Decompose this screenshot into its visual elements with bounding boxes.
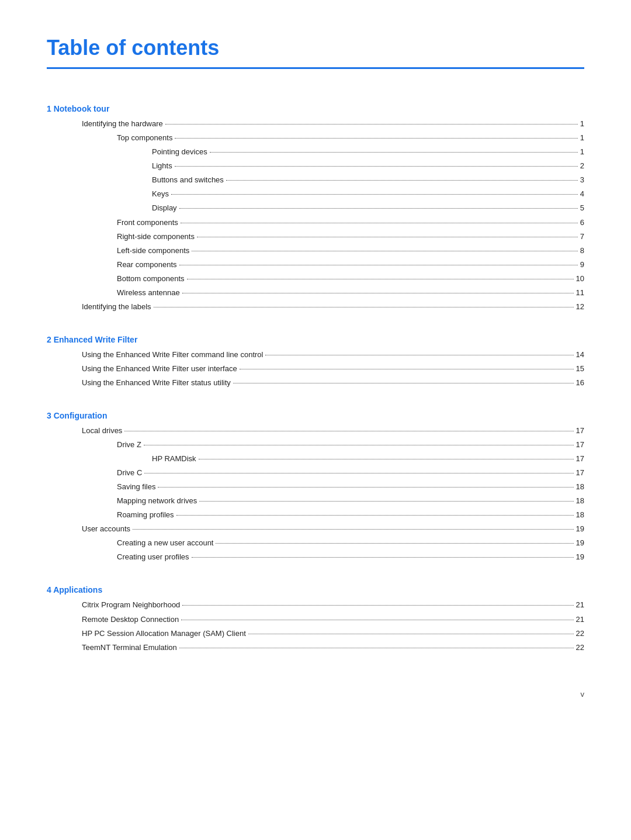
toc-entry[interactable]: Drive Z17 (47, 438, 584, 452)
entry-text: Buttons and switches (152, 173, 224, 187)
toc-entry[interactable]: Display5 (47, 201, 584, 215)
toc-entry[interactable]: Using the Enhanced Write Filter command … (47, 348, 584, 362)
entry-text: Pointing devices (152, 145, 207, 159)
toc-entry[interactable]: Roaming profiles18 (47, 508, 584, 522)
entry-dots (182, 605, 573, 606)
entry-page: 10 (576, 272, 584, 286)
toc-entry[interactable]: Buttons and switches3 (47, 173, 584, 187)
entry-text: Using the Enhanced Write Filter command … (82, 348, 263, 362)
toc-entry[interactable]: Pointing devices1 (47, 145, 584, 159)
entry-page: 1 (580, 117, 584, 131)
entry-page: 15 (576, 362, 584, 376)
entry-dots (233, 383, 574, 383)
footer-page-number: v (581, 690, 585, 699)
toc-entry[interactable]: Using the Enhanced Write Filter status u… (47, 376, 584, 390)
toc-container: 1 Notebook tourIdentifying the hardware1… (47, 104, 584, 654)
toc-entry[interactable]: Local drives17 (47, 424, 584, 438)
entry-dots (175, 166, 578, 167)
entry-page: 18 (576, 508, 584, 522)
entry-dots (199, 459, 574, 459)
entry-dots (192, 557, 574, 558)
toc-entry[interactable]: Identifying the labels12 (47, 300, 584, 314)
entry-text: Creating user profiles (117, 550, 189, 564)
toc-entry[interactable]: Lights2 (47, 159, 584, 173)
entry-text: Remote Desktop Connection (82, 613, 179, 627)
section-1: 1 Notebook tourIdentifying the hardware1… (47, 104, 584, 314)
toc-entry[interactable]: Creating user profiles19 (47, 550, 584, 564)
entry-page: 11 (576, 286, 584, 300)
toc-entry[interactable]: Left-side components8 (47, 244, 584, 258)
entry-dots (210, 152, 578, 153)
toc-entry[interactable]: Drive C17 (47, 466, 584, 480)
toc-entry[interactable]: User accounts19 (47, 522, 584, 536)
entry-dots (197, 237, 578, 237)
entry-dots (124, 431, 573, 431)
entry-text: Mapping network drives (117, 494, 197, 508)
toc-entry[interactable]: Remote Desktop Connection21 (47, 613, 584, 627)
section-2: 2 Enhanced Write FilterUsing the Enhance… (47, 335, 584, 390)
toc-entry[interactable]: Wireless antennae11 (47, 286, 584, 300)
entry-page: 22 (576, 641, 584, 655)
toc-entry[interactable]: Using the Enhanced Write Filter user int… (47, 362, 584, 376)
section-2-heading[interactable]: 2 Enhanced Write Filter (47, 335, 584, 344)
entry-page: 6 (580, 216, 584, 230)
entry-dots (158, 487, 573, 488)
toc-entry[interactable]: Front components6 (47, 216, 584, 230)
entry-text: Bottom components (117, 272, 185, 286)
entry-dots (240, 369, 574, 369)
toc-entry[interactable]: HP RAMDisk17 (47, 452, 584, 466)
entry-page: 17 (576, 452, 584, 466)
toc-entry[interactable]: TeemNT Terminal Emulation22 (47, 641, 584, 655)
entry-text: Left-side components (117, 244, 189, 258)
section-3-heading[interactable]: 3 Configuration (47, 411, 584, 420)
entry-dots (187, 279, 574, 279)
entry-page: 1 (580, 145, 584, 159)
toc-entry[interactable]: Mapping network drives18 (47, 494, 584, 508)
toc-entry[interactable]: Right-side components7 (47, 230, 584, 244)
entry-page: 21 (576, 613, 584, 627)
toc-entry[interactable]: HP PC Session Allocation Manager (SAM) C… (47, 627, 584, 641)
entry-dots (175, 138, 577, 139)
entry-dots (176, 515, 574, 516)
entry-page: 1 (580, 131, 584, 145)
entry-text: HP RAMDisk (152, 452, 196, 466)
toc-entry[interactable]: Keys4 (47, 187, 584, 201)
entry-page: 8 (580, 244, 584, 258)
entry-dots (181, 620, 573, 620)
entry-page: 17 (576, 438, 584, 452)
toc-entry[interactable]: Top components1 (47, 131, 584, 145)
entry-text: Local drives (82, 424, 122, 438)
entry-dots (144, 445, 574, 445)
entry-page: 3 (580, 173, 584, 187)
entry-text: Creating a new user account (117, 536, 213, 550)
entry-text: Identifying the labels (82, 300, 151, 314)
entry-dots (248, 634, 574, 634)
entry-text: Saving files (117, 480, 155, 494)
section-4: 4 ApplicationsCitrix Program Neighborhoo… (47, 585, 584, 654)
entry-text: Identifying the hardware (82, 117, 163, 131)
page-title: Table of contents (47, 35, 584, 60)
entry-dots (265, 355, 573, 355)
entry-page: 14 (576, 348, 584, 362)
entry-text: Display (152, 201, 177, 215)
entry-dots (144, 473, 573, 473)
page-header: Table of contents (47, 35, 584, 69)
entry-dots (226, 180, 578, 181)
entry-page: 21 (576, 598, 584, 612)
entry-text: Front components (117, 216, 178, 230)
entry-dots (182, 293, 574, 293)
entry-dots (154, 307, 574, 307)
entry-text: User accounts (82, 522, 130, 536)
section-3: 3 ConfigurationLocal drives17Drive Z17HP… (47, 411, 584, 564)
toc-entry[interactable]: Creating a new user account19 (47, 536, 584, 550)
toc-entry[interactable]: Bottom components10 (47, 272, 584, 286)
entry-text: Drive C (117, 466, 142, 480)
entry-page: 18 (576, 480, 584, 494)
toc-entry[interactable]: Citrix Program Neighborhood21 (47, 598, 584, 612)
toc-entry[interactable]: Rear components9 (47, 258, 584, 272)
toc-entry[interactable]: Saving files18 (47, 480, 584, 494)
entry-page: 17 (576, 424, 584, 438)
section-1-heading[interactable]: 1 Notebook tour (47, 104, 584, 113)
toc-entry[interactable]: Identifying the hardware1 (47, 117, 584, 131)
section-4-heading[interactable]: 4 Applications (47, 585, 584, 594)
